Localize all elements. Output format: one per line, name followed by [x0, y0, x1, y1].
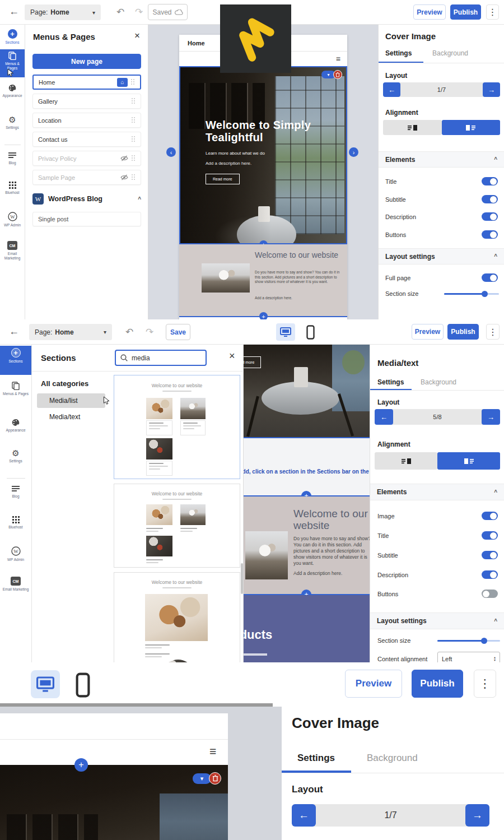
search-input[interactable]: [132, 354, 188, 362]
arrow-left-button[interactable]: ←: [383, 82, 400, 97]
sidebar-item-wp-admin[interactable]: W WP Admin: [0, 544, 31, 569]
elements-header[interactable]: Elements^: [370, 484, 504, 500]
sidebar-item-appearance[interactable]: Appearance: [0, 82, 25, 105]
tab-settings[interactable]: Settings: [385, 49, 412, 57]
sidebar-item-wp-admin[interactable]: W WP Admin: [0, 210, 25, 233]
desktop-view-button[interactable]: [31, 670, 60, 698]
arrow-right-button[interactable]: →: [483, 82, 500, 97]
saved-button[interactable]: Saved: [148, 4, 188, 20]
publish-button[interactable]: Publish: [450, 4, 481, 20]
page-dropdown[interactable]: Page: Home ▾: [25, 4, 101, 20]
title-toggle[interactable]: [482, 531, 498, 540]
buttons-toggle[interactable]: [482, 590, 498, 598]
sidebar-item-email-marketing[interactable]: CM Email Marketing: [0, 574, 31, 606]
tab-background[interactable]: Background: [421, 378, 456, 386]
preview-button[interactable]: Preview: [413, 4, 446, 20]
drag-handle-icon[interactable]: [131, 79, 135, 85]
layout-settings-header[interactable]: Layout settings^: [370, 612, 504, 629]
preview-button[interactable]: Preview: [412, 324, 444, 340]
redo-icon[interactable]: ↷: [135, 6, 143, 18]
back-arrow-icon[interactable]: ←: [9, 6, 19, 17]
section-size-slider[interactable]: [437, 640, 500, 642]
scrollbar[interactable]: [241, 563, 243, 594]
sidebar-item-blog[interactable]: Blog: [0, 484, 31, 507]
section-template-card[interactable]: Welcome to our website: [114, 572, 240, 662]
tab-settings[interactable]: Settings: [377, 378, 404, 386]
sidebar-item-blog[interactable]: Blog: [0, 150, 25, 173]
kebab-menu[interactable]: ⋮: [474, 670, 496, 698]
cover-image-section[interactable]: ▾: [0, 765, 228, 840]
description-toggle[interactable]: [482, 570, 498, 579]
hero-subtitle[interactable]: Learn more about what we do: [206, 151, 335, 156]
section-size-slider[interactable]: [444, 293, 499, 295]
arrow-right-button[interactable]: →: [465, 804, 489, 827]
media-thumbnail[interactable]: [202, 263, 250, 293]
undo-icon[interactable]: ↶: [116, 6, 124, 18]
sidebar-item-settings[interactable]: ⚙ Settings: [0, 447, 31, 471]
eye-off-icon[interactable]: [120, 174, 128, 180]
elements-header[interactable]: Elements^: [379, 151, 504, 168]
tab-settings[interactable]: Settings: [297, 753, 335, 764]
media-title[interactable]: Welcome to our website: [255, 251, 340, 259]
publish-button[interactable]: Publish: [412, 670, 463, 698]
mobile-view-button[interactable]: [305, 324, 315, 341]
full-page-toggle[interactable]: [482, 273, 498, 282]
page-item-sample-page[interactable]: Sample Page: [32, 170, 141, 185]
media-description[interactable]: Add a description here.: [255, 296, 292, 300]
media-description[interactable]: Add a description here.: [293, 570, 342, 576]
buttons-toggle[interactable]: [482, 230, 498, 239]
image-toggle[interactable]: [482, 512, 498, 520]
hero-title[interactable]: Welcome to Simply Tealightful: [206, 119, 335, 143]
delete-badge[interactable]: [209, 772, 221, 785]
align-media-left-button[interactable]: [383, 120, 442, 135]
media-paragraph[interactable]: Do you have more to say and show? You ca…: [255, 270, 340, 285]
layout-settings-header[interactable]: Layout settings^: [379, 248, 504, 264]
cover-image-section[interactable]: ▾ Welcome to Simply Tealightful Learn mo…: [179, 66, 347, 244]
carousel-left-button[interactable]: ‹: [166, 147, 176, 157]
kebab-menu[interactable]: ⋮: [486, 324, 500, 340]
arrow-right-button[interactable]: →: [482, 409, 500, 425]
align-media-right-button[interactable]: [437, 452, 500, 470]
arrow-left-button[interactable]: ←: [292, 804, 316, 827]
tab-background[interactable]: Background: [367, 753, 418, 764]
products-section[interactable]: Products: [244, 595, 370, 662]
media-thumbnail[interactable]: [245, 531, 288, 579]
carousel-right-button[interactable]: ›: [349, 147, 358, 157]
sidebar-item-sections[interactable]: + Sections: [0, 27, 25, 48]
sidebar-item-email-marketing[interactable]: CM Email Marketing: [0, 239, 25, 268]
back-arrow-icon[interactable]: ←: [9, 326, 19, 337]
mobile-view-button[interactable]: [72, 671, 94, 698]
sidebar-item-bluehost[interactable]: Bluehost: [0, 514, 31, 539]
media-text-section[interactable]: Welcome to our website Do you have more …: [244, 496, 370, 594]
sidebar-item-menus-pages[interactable]: Menus & Pages: [0, 49, 25, 77]
page-item-gallery[interactable]: Gallery: [32, 94, 141, 109]
chevron-up-icon[interactable]: ^: [138, 196, 141, 202]
media-title[interactable]: Welcome to our website: [293, 508, 370, 531]
subtitle-toggle[interactable]: [482, 551, 498, 559]
read-more-button[interactable]: Read more: [244, 356, 261, 368]
undo-icon[interactable]: ↶: [125, 326, 133, 338]
hamburger-icon[interactable]: ≡: [209, 745, 216, 758]
hamburger-icon[interactable]: ≡: [336, 54, 340, 63]
sidebar-item-appearance[interactable]: Appearance: [0, 416, 31, 441]
page-item-location[interactable]: Location: [32, 113, 141, 128]
category-media-list[interactable]: Media/list: [37, 393, 105, 408]
drag-handle-icon[interactable]: [132, 174, 136, 180]
close-icon[interactable]: ×: [134, 30, 140, 41]
align-media-left-button[interactable]: [375, 452, 437, 470]
section-template-card[interactable]: Welcome to our website: [114, 375, 240, 479]
hero-description[interactable]: Add a description here.: [206, 161, 335, 166]
add-section-button[interactable]: +: [74, 758, 88, 772]
media-text-section[interactable]: Welcome to our website Do you have more …: [179, 244, 347, 317]
sidebar-item-settings[interactable]: ⚙ Settings: [0, 113, 25, 137]
page-dropdown[interactable]: Page: Home ▾: [29, 324, 112, 340]
title-toggle[interactable]: [482, 177, 498, 185]
read-more-button[interactable]: Read more: [206, 174, 240, 184]
publish-button[interactable]: Publish: [447, 324, 479, 340]
cover-image-continuation[interactable]: Read more: [244, 345, 370, 437]
drag-handle-icon[interactable]: [132, 98, 136, 104]
save-button[interactable]: Save: [166, 324, 190, 340]
subtitle-toggle[interactable]: [482, 195, 498, 203]
preview-button[interactable]: Preview: [345, 670, 402, 698]
sidebar-item-sections[interactable]: + Sections: [0, 346, 31, 375]
